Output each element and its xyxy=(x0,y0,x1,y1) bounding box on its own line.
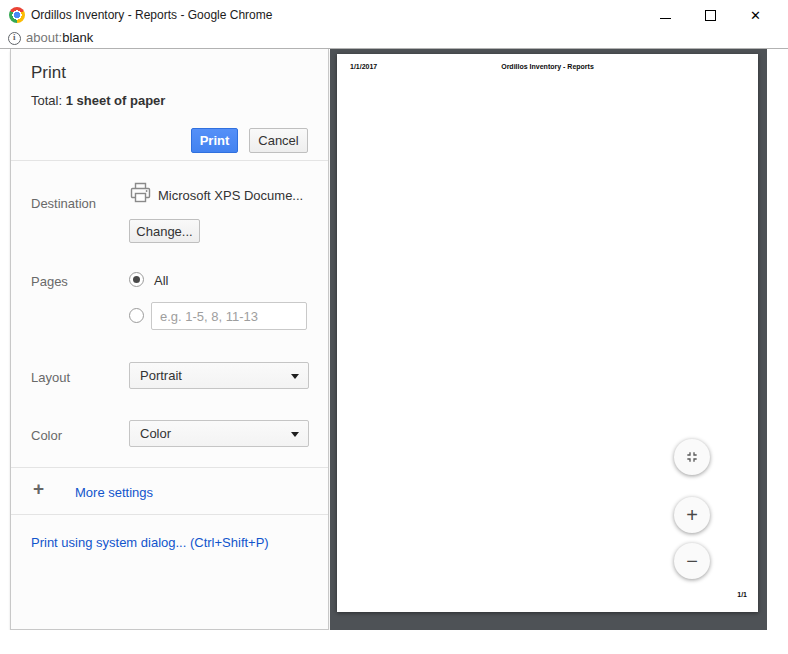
action-buttons: Print Cancel xyxy=(191,128,308,153)
separator xyxy=(11,514,328,515)
change-destination-button[interactable]: Change... xyxy=(129,219,200,243)
destination-printer-name: Microsoft XPS Docume... xyxy=(158,188,303,203)
layout-label: Layout xyxy=(31,370,70,385)
maximize-button[interactable] xyxy=(688,0,733,30)
minimize-button[interactable] xyxy=(643,0,688,30)
layout-selected-value: Portrait xyxy=(140,368,182,383)
color-label: Color xyxy=(31,428,62,443)
preview-header-title: Ordillos Inventory - Reports xyxy=(337,63,758,70)
chevron-down-icon xyxy=(291,432,299,437)
pages-label: Pages xyxy=(31,274,68,289)
color-selected-value: Color xyxy=(140,426,171,441)
address-bar: about:blank xyxy=(0,30,788,49)
separator xyxy=(11,160,328,161)
preview-page-number: 1/1 xyxy=(737,591,747,598)
total-value: 1 sheet of paper xyxy=(66,93,166,108)
destination-label: Destination xyxy=(31,196,96,211)
window-title: Ordillos Inventory - Reports - Google Ch… xyxy=(31,8,272,22)
chrome-logo-icon xyxy=(9,7,25,23)
fit-to-page-icon xyxy=(684,449,700,465)
maximize-icon xyxy=(705,10,716,21)
print-button[interactable]: Print xyxy=(191,128,238,153)
print-settings-panel: Print Total: 1 sheet of paper Print Canc… xyxy=(10,49,329,630)
separator xyxy=(11,467,328,468)
more-settings-link[interactable]: More settings xyxy=(75,485,153,500)
printer-icon xyxy=(128,180,153,209)
plus-icon: + xyxy=(33,478,44,500)
zoom-in-icon: + xyxy=(686,505,698,525)
pages-all-label: All xyxy=(154,273,168,288)
minimize-icon xyxy=(660,18,671,19)
close-icon: ✕ xyxy=(750,9,761,22)
zoom-out-icon: − xyxy=(686,551,698,571)
url-text[interactable]: about:blank xyxy=(26,30,93,45)
chevron-down-icon xyxy=(291,374,299,379)
print-dialog-title: Print xyxy=(31,63,66,83)
total-sheets-line: Total: 1 sheet of paper xyxy=(31,93,165,108)
print-preview-area: 1/1/2017 Ordillos Inventory - Reports 1/… xyxy=(330,49,767,630)
browser-window: Ordillos Inventory - Reports - Google Ch… xyxy=(0,0,788,654)
url-path: blank xyxy=(62,30,93,45)
pages-range-radio[interactable] xyxy=(129,308,144,323)
bottom-margin xyxy=(0,630,788,654)
system-dialog-link[interactable]: Print using system dialog... (Ctrl+Shift… xyxy=(31,535,269,550)
cancel-button[interactable]: Cancel xyxy=(249,128,308,153)
window-controls: ✕ xyxy=(643,0,778,30)
total-label: Total: xyxy=(31,93,66,108)
zoom-out-button[interactable]: − xyxy=(674,543,710,579)
zoom-in-button[interactable]: + xyxy=(674,497,710,533)
right-margin xyxy=(767,49,788,630)
title-bar: Ordillos Inventory - Reports - Google Ch… xyxy=(0,0,788,30)
close-button[interactable]: ✕ xyxy=(733,0,778,30)
color-dropdown[interactable]: Color xyxy=(129,420,309,447)
url-scheme: about: xyxy=(26,30,62,45)
pages-all-radio[interactable] xyxy=(129,272,144,287)
fit-to-page-button[interactable] xyxy=(674,439,710,475)
layout-dropdown[interactable]: Portrait xyxy=(129,362,309,389)
pages-range-input[interactable] xyxy=(151,302,307,330)
info-icon[interactable] xyxy=(8,32,21,45)
